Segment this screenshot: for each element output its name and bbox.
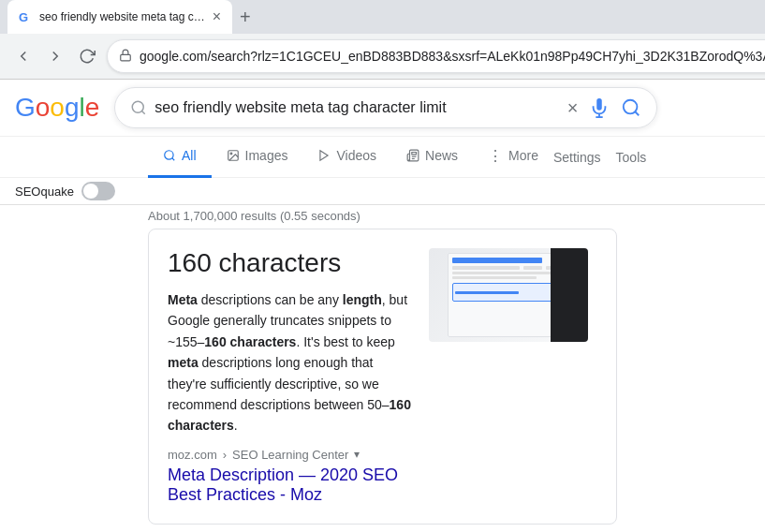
snippet-bold-160-1: 160 characters — [204, 334, 296, 349]
back-button[interactable] — [11, 44, 36, 68]
refresh-button[interactable] — [75, 44, 99, 68]
tab-videos[interactable]: Videos — [302, 137, 391, 178]
search-box[interactable]: seo friendly website meta tag character … — [114, 87, 657, 128]
tab-images-label: Images — [245, 148, 288, 163]
svg-point-9 — [165, 151, 173, 159]
tab-videos-label: Videos — [336, 148, 376, 163]
nav-tabs: All Images Videos News ⋮ More — [148, 137, 553, 178]
all-tab-icon — [163, 149, 176, 162]
seoquake-bar: SEOquake — [0, 178, 765, 205]
svg-text:G: G — [19, 10, 28, 24]
active-tab[interactable]: G seo friendly website meta tag ch... × — [7, 0, 232, 34]
search-box-icons: × — [567, 97, 642, 119]
address-input[interactable]: google.com/search?rlz=1C1GCEU_enBD883BD8… — [107, 39, 765, 73]
results-count: About 1,700,000 results (0.55 seconds) — [0, 205, 765, 229]
mic-icon[interactable] — [589, 97, 610, 118]
snippet-thumbnail — [429, 248, 588, 342]
tools-button[interactable]: Tools — [616, 150, 647, 165]
featured-snippet: 160 characters Meta descriptions can be … — [148, 229, 617, 525]
svg-point-12 — [230, 153, 232, 155]
snippet-link[interactable]: Meta Description — 2020 SEO Best Practic… — [168, 466, 398, 504]
google-header: Google seo friendly website meta tag cha… — [0, 80, 765, 137]
snippet-bold-160-2: 160 characters — [168, 397, 411, 433]
snippet-bold-meta2: meta — [168, 355, 199, 370]
svg-rect-1 — [121, 54, 131, 60]
source-dropdown[interactable]: ▾ — [354, 448, 360, 461]
tab-images[interactable]: Images — [212, 137, 303, 178]
tab-more[interactable]: ⋮ More — [473, 137, 553, 178]
forward-button[interactable] — [43, 44, 67, 68]
address-text: google.com/search?rlz=1C1GCEU_enBD883BD8… — [140, 49, 765, 64]
lock-icon — [119, 49, 132, 65]
tab-news[interactable]: News — [391, 137, 473, 178]
tab-all-label: All — [182, 148, 197, 163]
snippet-image-area — [429, 248, 597, 505]
snippet-source: moz.com › SEO Learning Center ▾ — [168, 448, 414, 462]
tab-all[interactable]: All — [148, 137, 212, 178]
svg-point-7 — [624, 100, 638, 114]
svg-line-10 — [172, 158, 175, 161]
seoquake-label: SEOquake — [15, 185, 74, 199]
nav-right: Settings Tools — [553, 150, 646, 165]
source-sep: › — [223, 448, 227, 462]
tab-close-button[interactable]: × — [213, 8, 221, 25]
svg-line-4 — [142, 111, 145, 113]
snippet-bold-meta: Meta — [168, 292, 198, 307]
search-box-wrap: seo friendly website meta tag character … — [114, 87, 657, 128]
new-tab-button[interactable]: + — [236, 7, 255, 28]
google-page: Google seo friendly website meta tag cha… — [0, 80, 765, 532]
news-tab-icon — [406, 149, 419, 162]
search-submit-icon[interactable] — [621, 97, 641, 118]
source-section: SEO Learning Center — [232, 448, 348, 462]
results-area: 160 characters Meta descriptions can be … — [0, 229, 765, 532]
address-bar: google.com/search?rlz=1C1GCEU_enBD883BD8… — [0, 34, 765, 79]
search-box-icon — [130, 99, 147, 116]
tab-more-label: More — [508, 148, 538, 163]
svg-line-8 — [636, 111, 640, 115]
videos-tab-icon — [317, 149, 331, 162]
clear-search-button[interactable]: × — [567, 97, 579, 119]
svg-marker-13 — [320, 151, 328, 161]
snippet-body: Meta descriptions can be any length, but… — [168, 289, 414, 436]
more-tab-icon: ⋮ — [488, 147, 503, 165]
toggle-knob — [83, 184, 98, 199]
tab-bar: G seo friendly website meta tag ch... × … — [0, 0, 765, 34]
snippet-bold-length: length — [343, 292, 382, 307]
search-nav: All Images Videos News ⋮ More Settings T… — [0, 137, 765, 178]
tab-favicon: G — [19, 9, 34, 24]
tab-title: seo friendly website meta tag ch... — [39, 10, 207, 23]
google-logo: Google — [15, 93, 99, 123]
source-domain: moz.com — [168, 448, 217, 462]
settings-button[interactable]: Settings — [553, 150, 601, 165]
svg-point-3 — [133, 101, 144, 112]
search-query-text: seo friendly website meta tag character … — [154, 99, 559, 116]
tab-news-label: News — [425, 148, 458, 163]
images-tab-icon — [227, 149, 240, 162]
seoquake-toggle[interactable] — [81, 182, 115, 200]
snippet-heading: 160 characters — [168, 248, 414, 278]
snippet-content: 160 characters Meta descriptions can be … — [168, 248, 414, 505]
black-bar — [551, 248, 588, 342]
